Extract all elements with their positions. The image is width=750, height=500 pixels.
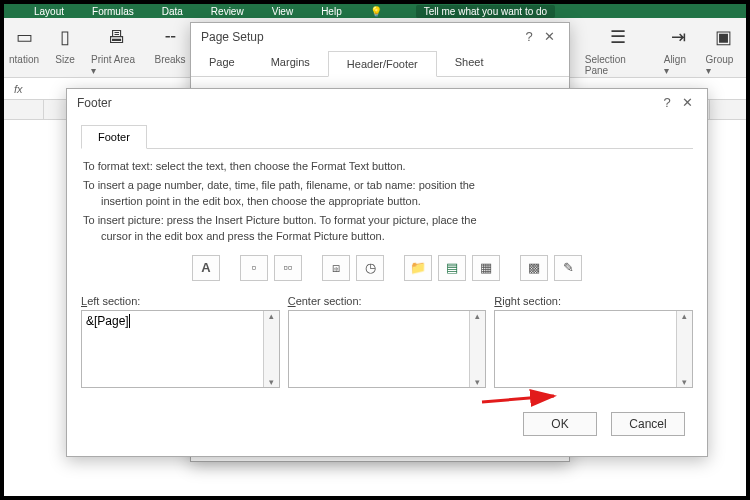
align-icon[interactable]: ⇥ [665, 22, 693, 52]
tell-me-search[interactable]: Tell me what you want to do [416, 5, 555, 18]
tab-margins[interactable]: Margins [253, 50, 328, 76]
tab-formulas[interactable]: Formulas [92, 6, 134, 17]
footer-dialog-title: Footer [77, 96, 657, 110]
footer-toolbar: A ▫ ▫▫ ⧆ ◷ 📁 ▤ ▦ ▩ ✎ [81, 255, 693, 281]
right-section-label: Right section: [494, 295, 693, 307]
fx-icon: fx [14, 83, 23, 95]
tab-sheet[interactable]: Sheet [437, 50, 502, 76]
page-number-button[interactable]: ▫ [240, 255, 268, 281]
left-section-label: LLeft section:eft section: [81, 295, 280, 307]
sheet-name-button[interactable]: ▦ [472, 255, 500, 281]
insert-picture-button[interactable]: ▩ [520, 255, 548, 281]
file-path-button[interactable]: 📁 [404, 255, 432, 281]
center-section-input[interactable]: ▴▾ [288, 310, 487, 388]
footer-cancel-button[interactable]: Cancel [611, 412, 685, 436]
tab-help[interactable]: Help [321, 6, 342, 17]
breaks-label: Breaks [155, 54, 186, 65]
help-icon[interactable]: ? [519, 29, 539, 44]
left-section-input[interactable]: &[Page] ▴▾ [81, 310, 280, 388]
app-menubar: Layout Formulas Data Review View Help 💡 … [4, 4, 746, 18]
hint-insert: To insert a page number, date, time, fil… [83, 178, 693, 210]
hint-picture: To insert picture: press the Insert Pict… [83, 213, 693, 245]
size-label: Size [55, 54, 74, 65]
format-picture-button[interactable]: ✎ [554, 255, 582, 281]
hint-format: To format text: select the text, then ch… [83, 159, 693, 175]
center-section-label: Center section: [288, 295, 487, 307]
tab-view[interactable]: View [272, 6, 294, 17]
group-label: Group ▾ [706, 54, 741, 76]
close-icon[interactable]: ✕ [539, 29, 559, 44]
scrollbar[interactable]: ▴▾ [263, 311, 279, 387]
size-icon[interactable]: ▯ [51, 22, 79, 52]
date-button[interactable]: ⧆ [322, 255, 350, 281]
print-area-label: Print Area ▾ [91, 54, 142, 76]
file-name-button[interactable]: ▤ [438, 255, 466, 281]
tab-page[interactable]: Page [191, 50, 253, 76]
group-icon[interactable]: ▣ [709, 22, 737, 52]
tab-review[interactable]: Review [211, 6, 244, 17]
selection-pane-icon[interactable]: ☰ [604, 22, 632, 52]
orientation-icon[interactable]: ▭ [10, 22, 38, 52]
footer-ok-button[interactable]: OK [523, 412, 597, 436]
footer-close-icon[interactable]: ✕ [677, 95, 697, 110]
tab-data[interactable]: Data [162, 6, 183, 17]
right-section-input[interactable]: ▴▾ [494, 310, 693, 388]
scrollbar[interactable]: ▴▾ [676, 311, 692, 387]
footer-help-icon[interactable]: ? [657, 95, 677, 110]
scrollbar[interactable]: ▴▾ [469, 311, 485, 387]
page-count-button[interactable]: ▫▫ [274, 255, 302, 281]
footer-tab[interactable]: Footer [81, 125, 147, 149]
selection-pane-label: Selection Pane [585, 54, 652, 76]
tab-layout[interactable]: Layout [34, 6, 64, 17]
page-setup-title: Page Setup [201, 30, 519, 44]
breaks-icon[interactable]: ╌ [156, 22, 184, 52]
left-section-value: &[Page] [86, 314, 129, 328]
format-text-button[interactable]: A [192, 255, 220, 281]
align-label: Align ▾ [664, 54, 694, 76]
footer-dialog: Footer ? ✕ Footer To format text: select… [66, 88, 708, 457]
time-button[interactable]: ◷ [356, 255, 384, 281]
print-area-icon[interactable]: 🖶 [103, 22, 131, 52]
orientation-label: ntation [9, 54, 39, 65]
page-setup-tabs: Page Margins Header/Footer Sheet [191, 50, 569, 77]
tab-header-footer[interactable]: Header/Footer [328, 51, 437, 77]
